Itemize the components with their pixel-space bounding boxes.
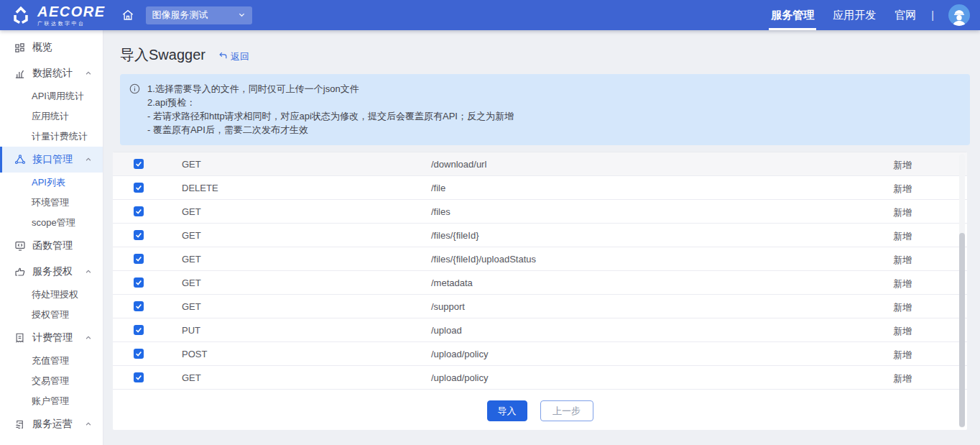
method-cell: GET [182, 372, 201, 383]
status-cell: 新增 [893, 325, 912, 338]
method-cell: GET [182, 206, 201, 217]
sidebar-item-label: 交易管理 [32, 375, 69, 387]
sidebar-item-label: 充值管理 [32, 354, 69, 367]
method-cell: GET [182, 277, 201, 288]
table-row[interactable]: GET/metadata新增 [113, 271, 967, 295]
method-cell: GET [182, 230, 201, 241]
row-checkbox[interactable] [134, 159, 144, 169]
table-row[interactable]: GET/files/{fileId}新增 [113, 224, 967, 247]
method-cell: PUT [182, 325, 200, 336]
sidebar-item-service-auth[interactable]: 服务授权 [0, 259, 103, 285]
back-link[interactable]: 返回 [218, 50, 249, 63]
nav-label: 应用开发 [833, 9, 876, 22]
chevron-up-icon[interactable] [85, 421, 92, 428]
home-icon[interactable] [121, 9, 134, 22]
previous-step-button[interactable]: 上一步 [540, 400, 593, 421]
notice-line: 2.api预检： [147, 96, 960, 109]
sidebar-item-label: 环境管理 [32, 196, 69, 209]
table-row[interactable]: POST/upload/policy新增 [113, 342, 967, 366]
sidebar-item-api-management[interactable]: 接口管理 [0, 147, 103, 173]
path-cell: /metadata [431, 277, 473, 288]
row-checkbox[interactable] [134, 325, 144, 335]
path-cell: /files [431, 206, 450, 217]
status-cell: 新增 [893, 277, 912, 290]
table-row[interactable]: GET/files/{fileId}/uploadStatus新增 [113, 247, 967, 271]
sidebar-item-api-list[interactable]: API列表 [0, 173, 103, 193]
sidebar-item-scope-management[interactable]: scope管理 [0, 213, 103, 233]
info-icon [129, 83, 140, 94]
sidebar-item-app-stats[interactable]: 应用统计 [0, 106, 103, 127]
table-row[interactable]: DELETE/file新增 [113, 176, 967, 200]
back-arrow-icon [218, 51, 228, 63]
notice-line: - 覆盖原有API后，需要二次发布才生效 [147, 123, 960, 137]
sidebar-item-env-management[interactable]: 环境管理 [0, 193, 103, 213]
sidebar-item-recharge-mgmt[interactable]: 充值管理 [0, 351, 103, 371]
nav-label: 官网 [895, 9, 916, 22]
sidebar-item-overview[interactable]: 概览 [0, 35, 103, 60]
table-row[interactable]: GET/download/url新增 [113, 152, 967, 176]
user-avatar[interactable] [948, 4, 970, 26]
table-row[interactable]: GET/support新增 [113, 295, 967, 318]
notice-box: 1.选择需要导入的文件，同时仅可上传一个json文件 2.api预检： - 若请… [120, 74, 970, 145]
sidebar-item-billing-mgmt[interactable]: 计费管理 [0, 325, 103, 351]
sidebar-item-label: 待处理授权 [32, 288, 78, 301]
nav-item-app-development[interactable]: 应用开发 [823, 0, 885, 30]
row-checkbox[interactable] [134, 349, 144, 359]
status-cell: 新增 [893, 254, 912, 267]
table-row[interactable]: GET/upload/policy新增 [113, 366, 967, 390]
nav-separator: | [931, 9, 934, 21]
workspace-select[interactable]: 图像服务测试 [146, 6, 252, 24]
nav-label: 服务管理 [771, 9, 814, 22]
notice-line: - 若请求路径和http请求相同时，对应api状态为修改，提交后会覆盖原有API… [147, 109, 960, 123]
sidebar-item-pending-auth[interactable]: 待处理授权 [0, 285, 103, 305]
row-checkbox[interactable] [134, 230, 144, 240]
row-checkbox[interactable] [134, 183, 144, 193]
back-label: 返回 [231, 50, 249, 63]
button-row: 导入 上一步 [113, 390, 967, 421]
sidebar-item-service-ops[interactable]: 服务运营 [0, 411, 103, 437]
row-checkbox[interactable] [134, 254, 144, 264]
row-checkbox[interactable] [134, 206, 144, 216]
chevron-up-icon[interactable] [85, 268, 92, 275]
top-header: AECORE 广联达数字中台 图像服务测试 服务管理 应用开发 官网 | [0, 0, 980, 30]
table-row[interactable]: PUT/upload新增 [113, 318, 967, 342]
sidebar-item-metering-stats[interactable]: 计量计费统计 [0, 127, 103, 147]
sidebar-item-label: 授权管理 [32, 308, 69, 321]
sidebar-item-label: 账户管理 [32, 395, 69, 408]
row-checkbox[interactable] [134, 372, 144, 382]
status-cell: 新增 [893, 301, 912, 314]
sidebar-item-label: API列表 [32, 176, 65, 189]
chevron-up-icon[interactable] [85, 70, 92, 77]
row-checkbox[interactable] [134, 277, 144, 288]
table-row[interactable]: GET/files新增 [113, 200, 967, 224]
method-cell: DELETE [182, 183, 218, 193]
aecore-logo-icon [10, 4, 32, 26]
brand-logo: AECORE 广联达数字中台 [10, 4, 106, 26]
main-content: 导入Swagger 返回 1.选择需要导入的文件，同时仅可上传一个json文件 … [103, 30, 980, 445]
sidebar-item-label: 服务运营 [32, 418, 73, 431]
sidebar-item-data-stats[interactable]: 数据统计 [0, 60, 103, 86]
path-cell: /support [431, 301, 465, 312]
path-cell: /upload [431, 325, 462, 336]
row-checkbox[interactable] [134, 301, 144, 311]
nav-item-service-management[interactable]: 服务管理 [762, 0, 823, 30]
chevron-up-icon[interactable] [85, 156, 92, 163]
method-cell: POST [182, 349, 207, 359]
nav-item-official-site[interactable]: 官网 [885, 0, 925, 30]
sidebar-item-label: 数据统计 [32, 67, 73, 80]
sidebar-item-label: 接口管理 [32, 153, 73, 166]
scrollbar-thumb[interactable] [959, 233, 965, 427]
sidebar-item-trade-mgmt[interactable]: 交易管理 [0, 371, 103, 391]
table-scrollbar[interactable] [959, 154, 965, 428]
sidebar-item-auth-management[interactable]: 授权管理 [0, 305, 103, 325]
sidebar-item-label: 概览 [32, 41, 52, 54]
sidebar-item-function-mgmt[interactable]: 函数管理 [0, 233, 103, 259]
top-nav: 服务管理 应用开发 官网 | [762, 0, 970, 30]
chevron-up-icon[interactable] [85, 334, 92, 341]
sidebar-item-api-call-stats[interactable]: API调用统计 [0, 86, 103, 106]
sidebar-item-label: API调用统计 [32, 90, 84, 103]
import-button[interactable]: 导入 [487, 400, 527, 421]
path-cell: /download/url [431, 159, 486, 170]
sidebar-item-account-mgmt[interactable]: 账户管理 [0, 391, 103, 411]
sidebar-item-label: 计量计费统计 [32, 130, 88, 143]
